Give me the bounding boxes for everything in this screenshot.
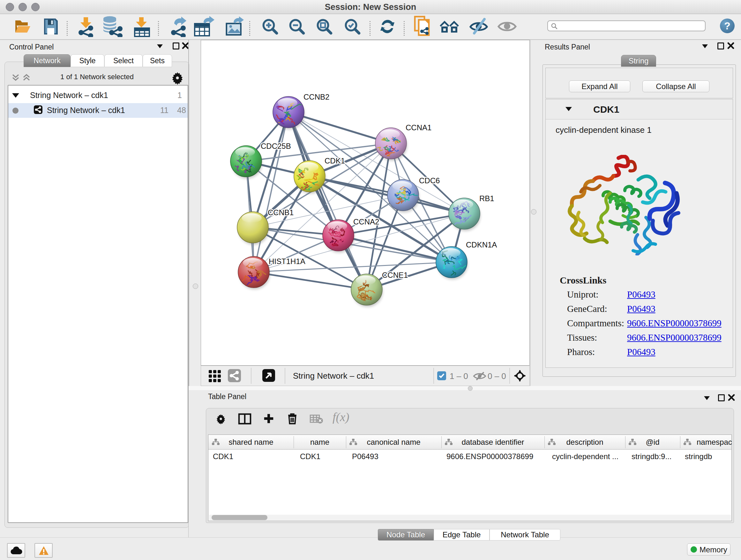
svg-text:CCNA1: CCNA1: [406, 123, 431, 132]
svg-text:HIST1H1A: HIST1H1A: [269, 257, 306, 266]
svg-text:CDKN1A: CDKN1A: [466, 240, 497, 249]
svg-text:CCNE1: CCNE1: [382, 271, 408, 279]
svg-text:CCNA2: CCNA2: [353, 217, 379, 226]
svg-text:CDC6: CDC6: [419, 176, 440, 185]
svg-text:RB1: RB1: [479, 194, 494, 203]
svg-text:CDK1: CDK1: [325, 157, 345, 165]
svg-text:CCNB1: CCNB1: [268, 208, 293, 217]
svg-text:CDC25B: CDC25B: [261, 142, 291, 150]
svg-text:CCNB2: CCNB2: [304, 92, 329, 101]
